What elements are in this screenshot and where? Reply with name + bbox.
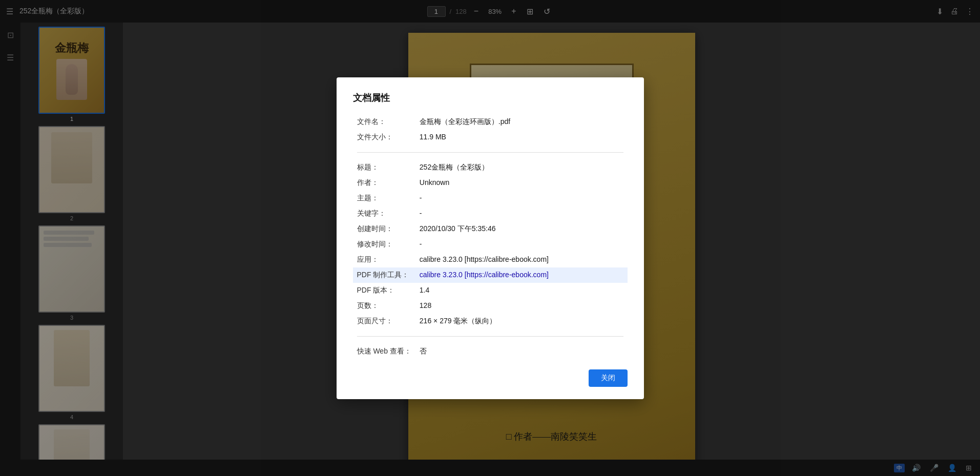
prop-row-created: 创建时间： 2020/10/30 下午5:35:46	[353, 221, 628, 237]
prop-row-filename: 文件名： 金瓶梅（全彩连环画版）.pdf	[353, 114, 628, 130]
prop-value-pdf-version: 1.4	[415, 283, 628, 298]
prop-label-app: 应用：	[353, 252, 415, 267]
close-button[interactable]: 关闭	[589, 369, 628, 387]
prop-row-page-size: 页面尺寸： 216 × 279 毫米（纵向）	[353, 314, 628, 329]
prop-row-app: 应用： calibre 3.23.0 [https://calibre-eboo…	[353, 252, 628, 267]
document-properties-dialog: 文档属性 文件名： 金瓶梅（全彩连环画版）.pdf 文件大小： 11.9 MB …	[337, 77, 644, 399]
prop-label-pdf-creator: PDF 制作工具：	[353, 267, 415, 283]
prop-row-modified: 修改时间： -	[353, 237, 628, 252]
prop-label-title: 标题：	[353, 160, 415, 175]
prop-row-pages: 页数： 128	[353, 298, 628, 314]
prop-row-fast-web: 快速 Web 查看： 否	[353, 344, 628, 359]
prop-label-fast-web: 快速 Web 查看：	[353, 344, 415, 359]
prop-value-author: Unknown	[415, 175, 628, 191]
prop-label-subject: 主题：	[353, 191, 415, 206]
prop-value-page-size: 216 × 279 毫米（纵向）	[415, 314, 628, 329]
prop-value-keywords: -	[415, 206, 628, 221]
prop-label-keywords: 关键字：	[353, 206, 415, 221]
prop-label-page-size: 页面尺寸：	[353, 314, 415, 329]
prop-label-pages: 页数：	[353, 298, 415, 314]
prop-value-modified: -	[415, 237, 628, 252]
prop-label-created: 创建时间：	[353, 221, 415, 237]
divider-2	[357, 336, 623, 337]
prop-value-subject: -	[415, 191, 628, 206]
prop-row-pdf-version: PDF 版本： 1.4	[353, 283, 628, 298]
prop-value-fast-web: 否	[415, 344, 628, 359]
dialog-title: 文档属性	[353, 92, 628, 104]
prop-value-title: 252金瓶梅（全彩版）	[415, 160, 628, 175]
prop-row-author: 作者： Unknown	[353, 175, 628, 191]
prop-row-pdf-creator: PDF 制作工具： calibre 3.23.0 [https://calibr…	[353, 267, 628, 283]
dialog-footer: 关闭	[353, 369, 628, 387]
prop-value-filename: 金瓶梅（全彩连环画版）.pdf	[415, 114, 628, 130]
prop-value-pdf-creator: calibre 3.23.0 [https://calibre-ebook.co…	[415, 267, 628, 283]
prop-row-subject: 主题： -	[353, 191, 628, 206]
prop-label-modified: 修改时间：	[353, 237, 415, 252]
prop-label-filesize: 文件大小：	[353, 130, 415, 145]
prop-label-filename: 文件名：	[353, 114, 415, 130]
prop-label-pdf-version: PDF 版本：	[353, 283, 415, 298]
prop-label-author: 作者：	[353, 175, 415, 191]
properties-table: 文件名： 金瓶梅（全彩连环画版）.pdf 文件大小： 11.9 MB 标题： 2…	[353, 114, 628, 359]
modal-backdrop: 文档属性 文件名： 金瓶梅（全彩连环画版）.pdf 文件大小： 11.9 MB …	[0, 0, 980, 476]
prop-row-title: 标题： 252金瓶梅（全彩版）	[353, 160, 628, 175]
prop-row-keywords: 关键字： -	[353, 206, 628, 221]
prop-value-created: 2020/10/30 下午5:35:46	[415, 221, 628, 237]
prop-row-filesize: 文件大小： 11.9 MB	[353, 130, 628, 145]
divider-1	[357, 152, 623, 153]
prop-value-filesize: 11.9 MB	[415, 130, 628, 145]
prop-value-pages: 128	[415, 298, 628, 314]
prop-value-app: calibre 3.23.0 [https://calibre-ebook.co…	[415, 252, 628, 267]
